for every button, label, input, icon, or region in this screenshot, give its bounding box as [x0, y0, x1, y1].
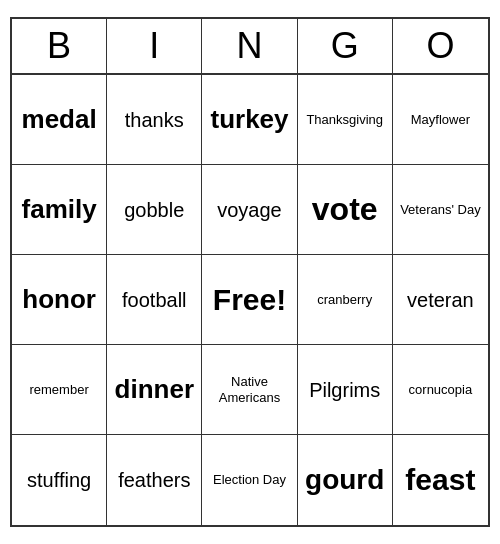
bingo-cell: gourd	[298, 435, 393, 525]
cell-text: gourd	[305, 463, 384, 497]
bingo-cell: gobble	[107, 165, 202, 255]
header-letter: O	[393, 19, 488, 73]
header-letter: N	[202, 19, 297, 73]
bingo-cell: Free!	[202, 255, 297, 345]
bingo-cell: vote	[298, 165, 393, 255]
cell-text: Thanksgiving	[306, 112, 383, 128]
bingo-cell: cornucopia	[393, 345, 488, 435]
cell-text: Native Americans	[206, 374, 292, 405]
cell-text: family	[22, 194, 97, 225]
bingo-cell: remember	[12, 345, 107, 435]
cell-text: medal	[22, 104, 97, 135]
bingo-cell: honor	[12, 255, 107, 345]
cell-text: cornucopia	[409, 382, 473, 398]
cell-text: Free!	[213, 282, 286, 318]
cell-text: feast	[405, 462, 475, 498]
cell-text: voyage	[217, 198, 282, 222]
cell-text: remember	[29, 382, 88, 398]
cell-text: honor	[22, 284, 96, 315]
cell-text: stuffing	[27, 468, 91, 492]
bingo-cell: Election Day	[202, 435, 297, 525]
bingo-cell: turkey	[202, 75, 297, 165]
cell-text: vote	[312, 190, 378, 228]
bingo-cell: Pilgrims	[298, 345, 393, 435]
cell-text: Mayflower	[411, 112, 470, 128]
bingo-cell: feast	[393, 435, 488, 525]
cell-text: Veterans' Day	[400, 202, 481, 218]
header-letter: I	[107, 19, 202, 73]
bingo-cell: medal	[12, 75, 107, 165]
cell-text: Election Day	[213, 472, 286, 488]
bingo-cell: feathers	[107, 435, 202, 525]
cell-text: Pilgrims	[309, 378, 380, 402]
bingo-cell: family	[12, 165, 107, 255]
bingo-header: BINGO	[12, 19, 488, 75]
bingo-cell: voyage	[202, 165, 297, 255]
cell-text: turkey	[210, 104, 288, 135]
cell-text: thanks	[125, 108, 184, 132]
bingo-cell: veteran	[393, 255, 488, 345]
bingo-cell: football	[107, 255, 202, 345]
bingo-cell: Veterans' Day	[393, 165, 488, 255]
cell-text: dinner	[115, 374, 194, 405]
bingo-cell: Mayflower	[393, 75, 488, 165]
cell-text: veteran	[407, 288, 474, 312]
bingo-cell: Thanksgiving	[298, 75, 393, 165]
bingo-cell: Native Americans	[202, 345, 297, 435]
cell-text: cranberry	[317, 292, 372, 308]
bingo-cell: cranberry	[298, 255, 393, 345]
cell-text: feathers	[118, 468, 190, 492]
bingo-grid: medalthanksturkeyThanksgivingMayflowerfa…	[12, 75, 488, 525]
cell-text: gobble	[124, 198, 184, 222]
bingo-cell: dinner	[107, 345, 202, 435]
header-letter: B	[12, 19, 107, 73]
bingo-card: BINGO medalthanksturkeyThanksgivingMayfl…	[10, 17, 490, 527]
bingo-cell: thanks	[107, 75, 202, 165]
bingo-cell: stuffing	[12, 435, 107, 525]
header-letter: G	[298, 19, 393, 73]
cell-text: football	[122, 288, 187, 312]
